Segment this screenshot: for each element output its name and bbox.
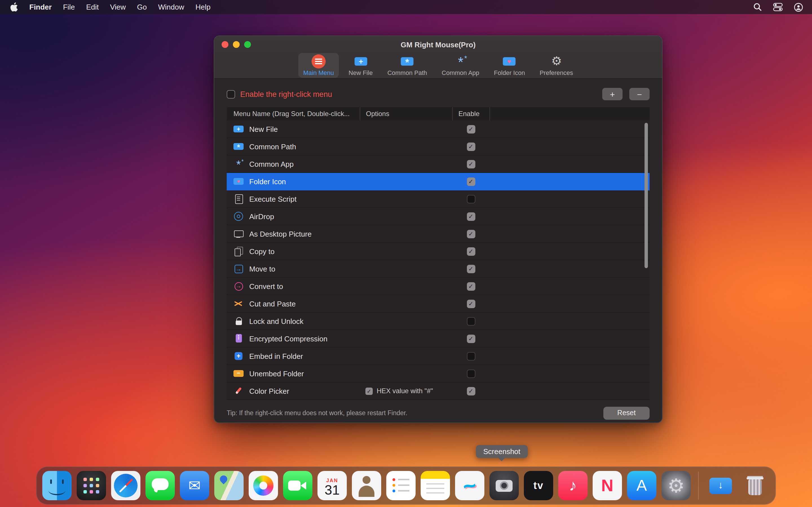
spotlight-search-icon[interactable] — [753, 3, 762, 11]
dock-contacts-icon[interactable] — [352, 471, 381, 500]
remove-menu-button[interactable]: − — [629, 88, 650, 100]
enable-checkbox[interactable] — [467, 142, 475, 151]
control-center-icon[interactable] — [773, 3, 783, 11]
table-row-move-to[interactable]: Move to — [227, 260, 650, 278]
table-row-convert-to[interactable]: Convert to — [227, 278, 650, 295]
option-checkbox[interactable] — [365, 387, 373, 395]
enable-checkbox[interactable] — [467, 247, 475, 256]
account-icon[interactable] — [794, 3, 803, 11]
row-name: New File — [249, 125, 278, 133]
dock-maps-icon[interactable] — [214, 471, 244, 500]
column-menu-name[interactable]: Menu Name (Drag Sort, Double-click... — [227, 107, 360, 121]
dock-system-settings-icon[interactable] — [661, 471, 691, 500]
dock-photos-icon[interactable] — [249, 471, 278, 500]
gm-right-mouse-window: GM Right Mouse(Pro) Main Menu New File C… — [214, 36, 663, 423]
enable-checkbox[interactable] — [467, 212, 475, 221]
scrollbar[interactable] — [645, 123, 648, 268]
table-row-unembed-folder[interactable]: Unembed Folder — [227, 365, 650, 383]
screenshot-tooltip-label: Screenshot — [483, 447, 520, 456]
column-enable[interactable]: Enable — [452, 107, 490, 121]
enable-checkbox[interactable] — [467, 282, 475, 290]
dock-music-icon[interactable] — [558, 471, 588, 500]
minimize-button[interactable] — [233, 41, 240, 48]
zoom-button[interactable] — [244, 41, 251, 48]
row-name: Lock and Unlock — [249, 317, 303, 325]
table-row-airdrop[interactable]: AirDrop — [227, 208, 650, 225]
row-name: Convert to — [249, 282, 283, 290]
color-picker-icon — [234, 386, 244, 396]
embed-folder-icon — [234, 351, 244, 361]
toolbar-tab-main-menu[interactable]: Main Menu — [298, 53, 339, 78]
enable-checkbox[interactable] — [467, 352, 475, 360]
menu-help[interactable]: Help — [195, 3, 211, 11]
enable-checkbox[interactable] — [467, 317, 475, 325]
row-name: Folder Icon — [249, 177, 286, 186]
toolbar-tab-new-file[interactable]: New File — [343, 53, 378, 78]
dock-mail-icon[interactable] — [180, 471, 209, 500]
dock-safari-icon[interactable] — [111, 471, 140, 500]
dock-app-store-icon[interactable] — [627, 471, 656, 500]
enable-checkbox[interactable] — [467, 177, 475, 186]
desktop: Finder File Edit View Go Window Help — [0, 0, 812, 507]
dock-messages-icon[interactable] — [146, 471, 175, 500]
toolbar-tab-preferences[interactable]: Preferences — [535, 53, 578, 78]
dock-screenshot-icon[interactable] — [490, 471, 519, 500]
enable-checkbox[interactable] — [467, 387, 475, 395]
dock-downloads-icon[interactable] — [706, 471, 735, 500]
apple-menu-icon[interactable] — [10, 2, 18, 12]
add-menu-button[interactable]: + — [602, 88, 622, 100]
enable-checkbox[interactable] — [467, 334, 475, 343]
dock-calendar-icon[interactable]: JAN 31 — [317, 471, 347, 500]
table-row-as-desktop-picture[interactable]: As Desktop Picture — [227, 225, 650, 243]
window-titlebar[interactable]: GM Right Mouse(Pro) — [214, 36, 662, 53]
menu-finder[interactable]: Finder — [29, 3, 52, 11]
main-menu-icon — [312, 55, 325, 68]
menu-view[interactable]: View — [110, 3, 126, 11]
common-path-folder-icon — [234, 142, 244, 152]
enable-menu-checkbox[interactable] — [227, 90, 235, 98]
enable-checkbox[interactable] — [467, 230, 475, 238]
table-row-new-file[interactable]: New File — [227, 121, 650, 138]
dock-notes-icon[interactable] — [421, 471, 450, 500]
table-header: Menu Name (Drag Sort, Double-click... Op… — [227, 107, 650, 121]
menu-edit[interactable]: Edit — [86, 3, 99, 11]
row-name: Copy to — [249, 247, 274, 256]
menu-table: Menu Name (Drag Sort, Double-click... Op… — [227, 107, 650, 400]
toolbar-tab-common-path[interactable]: Common Path — [382, 53, 432, 78]
table-row-color-picker[interactable]: Color Picker HEX value with "#" — [227, 383, 650, 400]
dock-facetime-icon[interactable] — [283, 471, 312, 500]
column-options[interactable]: Options — [360, 107, 452, 121]
enable-checkbox[interactable] — [467, 160, 475, 168]
table-row-embed-in-folder[interactable]: Embed in Folder — [227, 348, 650, 365]
enable-checkbox[interactable] — [467, 299, 475, 308]
dock-news-icon[interactable] — [593, 471, 622, 500]
table-row-cut-and-paste[interactable]: Cut and Paste — [227, 295, 650, 313]
dock-finder-icon[interactable] — [42, 471, 71, 500]
dock-apple-tv-icon[interactable] — [524, 471, 553, 500]
reset-button[interactable]: Reset — [603, 406, 650, 419]
table-row-lock-and-unlock[interactable]: Lock and Unlock — [227, 313, 650, 330]
toolbar-tab-common-app[interactable]: Common App — [437, 53, 485, 78]
menu-window[interactable]: Window — [158, 3, 185, 11]
table-row-folder-icon[interactable]: Folder Icon — [227, 173, 650, 190]
enable-checkbox[interactable] — [467, 369, 475, 378]
dock-reminders-icon[interactable] — [386, 471, 416, 500]
table-row-common-path[interactable]: Common Path — [227, 138, 650, 156]
folder-heart-icon — [234, 176, 244, 186]
menu-file[interactable]: File — [63, 3, 75, 11]
dock-freeform-icon[interactable] — [455, 471, 485, 500]
dock-launchpad-icon[interactable] — [77, 471, 106, 500]
tip-text: Tip: If the right-click menu does not wo… — [227, 409, 407, 416]
enable-checkbox[interactable] — [467, 194, 475, 203]
close-button[interactable] — [221, 41, 229, 48]
dock-trash-icon[interactable] — [741, 471, 770, 500]
table-row-copy-to[interactable]: Copy to — [227, 243, 650, 260]
menu-go[interactable]: Go — [137, 3, 147, 11]
table-row-encrypted-compression[interactable]: Encrypted Compression — [227, 330, 650, 348]
toolbar-tab-folder-icon[interactable]: Folder Icon — [489, 53, 530, 78]
enable-checkbox[interactable] — [467, 265, 475, 273]
enable-checkbox[interactable] — [467, 125, 475, 133]
table-row-execute-script[interactable]: Execute Script — [227, 190, 650, 208]
table-row-common-app[interactable]: Common App — [227, 156, 650, 173]
row-name: As Desktop Picture — [249, 230, 312, 238]
